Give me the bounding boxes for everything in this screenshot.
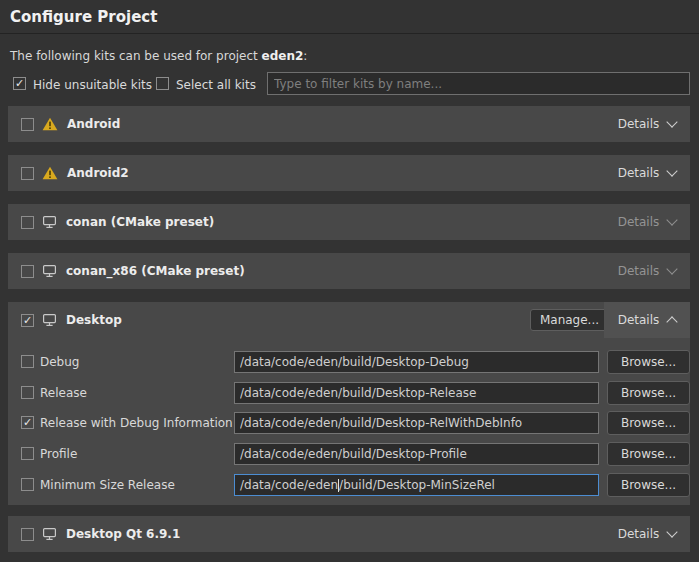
desktop-monitor-icon [42, 264, 57, 278]
kit-row-conan: conan (CMake preset) Details [8, 204, 690, 240]
configure-project-page: Configure Project The following kits can… [0, 0, 699, 562]
intro-suffix: : [303, 49, 307, 63]
details-toggle[interactable]: Details [604, 516, 690, 552]
kit-checkbox[interactable] [21, 216, 34, 229]
path-text-before-caret: /data/code/eden [240, 478, 338, 492]
intro-text: The following kits can be used for proje… [10, 49, 307, 63]
intro-prefix: The following kits can be used for proje… [10, 49, 262, 63]
warning-icon [42, 117, 58, 131]
build-dir-input[interactable] [234, 382, 599, 404]
details-toggle[interactable]: Details [604, 106, 690, 142]
check-icon: ✓ [15, 78, 24, 89]
browse-button[interactable]: Browse... [607, 473, 690, 497]
kit-row-desktop: ✓ Desktop Manage... Details [8, 302, 690, 338]
kit-checkbox[interactable] [21, 167, 34, 180]
page-title: Configure Project [10, 8, 157, 26]
chevron-up-icon [667, 316, 678, 327]
kit-card-desktop: ✓ Desktop Manage... Details Debug Browse… [8, 302, 690, 505]
kit-row-conan-x86: conan_x86 (CMake preset) Details [8, 253, 690, 289]
chevron-down-icon [667, 165, 678, 176]
select-all-checkbox[interactable] [156, 77, 169, 90]
kit-checkbox[interactable] [21, 118, 34, 131]
project-name: eden2 [262, 49, 304, 63]
config-row-relwithdebinfo: ✓ Release with Debug Information Browse.… [8, 412, 690, 434]
select-all-label: Select all kits [176, 78, 256, 92]
check-icon: ✓ [23, 315, 32, 326]
details-toggle[interactable]: Details [604, 253, 690, 289]
browse-button[interactable]: Browse... [607, 442, 690, 466]
chevron-down-icon [667, 526, 678, 537]
details-label: Details [618, 166, 660, 180]
chevron-down-icon [667, 263, 678, 274]
check-icon: ✓ [23, 417, 32, 428]
details-toggle[interactable]: Details [604, 204, 690, 240]
desktop-monitor-icon [42, 527, 57, 541]
warning-icon [42, 166, 58, 180]
chevron-down-icon [667, 214, 678, 225]
details-toggle[interactable]: Details [604, 302, 690, 338]
config-checkbox[interactable] [21, 447, 34, 460]
kit-name: conan (CMake preset) [66, 215, 214, 229]
details-toggle[interactable]: Details [604, 155, 690, 191]
kit-name: Desktop [66, 313, 122, 327]
browse-button[interactable]: Browse... [607, 411, 690, 435]
browse-button[interactable]: Browse... [607, 381, 690, 405]
config-row-debug: Debug Browse... [8, 351, 690, 373]
title-divider [0, 33, 699, 34]
details-label: Details [618, 527, 660, 541]
config-checkbox[interactable] [21, 478, 34, 491]
details-label: Details [618, 313, 660, 327]
config-checkbox[interactable] [21, 386, 34, 399]
kit-name: Android [67, 117, 120, 131]
details-label: Details [618, 215, 660, 229]
desktop-monitor-icon [42, 313, 57, 327]
kit-filter-input[interactable] [267, 72, 690, 95]
desktop-monitor-icon [42, 215, 57, 229]
path-text-after-caret: /build/Desktop-MinSizeRel [339, 478, 495, 492]
kit-row-android2: Android2 Details [8, 155, 690, 191]
config-label: Profile [40, 443, 77, 465]
browse-button[interactable]: Browse... [607, 350, 690, 374]
kit-checkbox[interactable] [21, 265, 34, 278]
build-dir-input[interactable] [234, 443, 599, 465]
config-label: Release with Debug Information [40, 412, 233, 434]
kit-name: conan_x86 (CMake preset) [66, 264, 245, 278]
build-dir-input[interactable] [234, 351, 599, 373]
config-checkbox[interactable]: ✓ [21, 416, 34, 429]
hide-unsuitable-label: Hide unsuitable kits [33, 78, 152, 92]
config-row-profile: Profile Browse... [8, 443, 690, 465]
kit-row-android: Android Details [8, 106, 690, 142]
details-label: Details [618, 117, 660, 131]
config-label: Minimum Size Release [40, 474, 175, 496]
kit-name: Desktop Qt 6.9.1 [66, 527, 180, 541]
config-label: Release [40, 382, 87, 404]
config-row-release: Release Browse... [8, 382, 690, 404]
config-checkbox[interactable] [21, 355, 34, 368]
build-dir-input-focused[interactable]: /data/code/eden/build/Desktop-MinSizeRel [234, 474, 599, 496]
config-row-minsizerel: Minimum Size Release /data/code/eden/bui… [8, 474, 690, 496]
build-dir-input[interactable] [234, 412, 599, 434]
manage-kits-button[interactable]: Manage... [530, 309, 609, 331]
chevron-down-icon [667, 116, 678, 127]
config-label: Debug [40, 351, 79, 373]
kit-checkbox[interactable] [21, 528, 34, 541]
kit-checkbox[interactable]: ✓ [21, 314, 34, 327]
details-label: Details [618, 264, 660, 278]
kit-row-desktop-qt: Desktop Qt 6.9.1 Details [8, 516, 690, 552]
kit-name: Android2 [67, 166, 129, 180]
hide-unsuitable-checkbox[interactable]: ✓ [13, 77, 26, 90]
